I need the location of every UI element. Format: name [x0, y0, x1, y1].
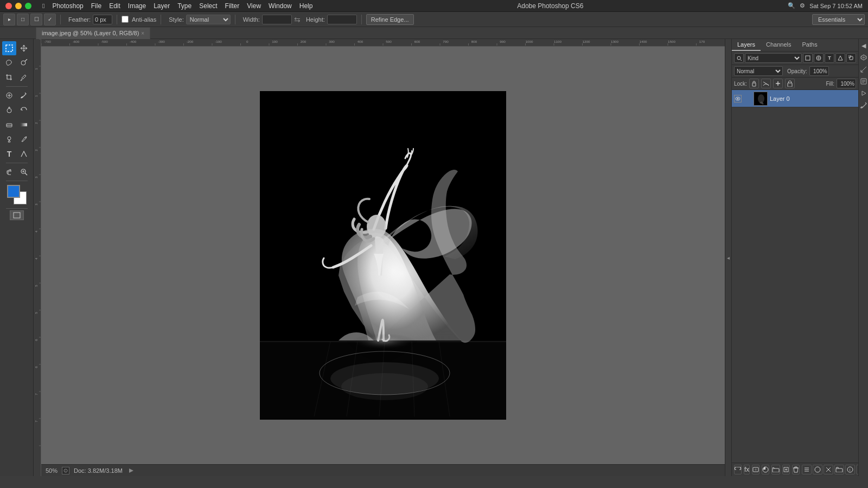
notes-panel-icon[interactable]: [859, 77, 868, 86]
gradient-tool[interactable]: [17, 118, 31, 132]
crop-tool[interactable]: [2, 70, 16, 85]
panel-collapse-button[interactable]: ◂: [725, 39, 731, 476]
kind-filter-pixel[interactable]: [803, 53, 813, 63]
document-tab-close[interactable]: ×: [141, 30, 144, 36]
height-input[interactable]: [327, 15, 357, 24]
adjustments-bottom[interactable]: [824, 465, 833, 474]
canvas-image[interactable]: [260, 91, 506, 420]
kind-filter-smart[interactable]: [846, 53, 856, 63]
new-group-button[interactable]: [771, 465, 780, 474]
lock-transparent-button[interactable]: [749, 79, 759, 88]
screen-mode-button[interactable]: [10, 210, 24, 220]
collapse-right-button[interactable]: ◀: [859, 41, 868, 50]
refine-edge-button[interactable]: Refine Edge...: [366, 14, 414, 25]
properties-button[interactable]: [802, 465, 812, 474]
main-area: T: [0, 39, 868, 476]
kind-filter-adjustment[interactable]: [814, 53, 824, 63]
kind-filter-type[interactable]: T: [825, 53, 834, 63]
pen-tool[interactable]: [17, 132, 31, 146]
close-window-button[interactable]: [5, 3, 12, 9]
essentials-select[interactable]: Essentials Design Painting Photography: [812, 14, 865, 25]
tool-options-button[interactable]: □: [17, 14, 29, 25]
path-selection-tool[interactable]: [17, 147, 31, 161]
fill-input[interactable]: [837, 79, 856, 88]
add-layer-fx-bottom[interactable]: [813, 465, 822, 474]
menu-file[interactable]: File: [91, 2, 101, 10]
menu-type[interactable]: Type: [177, 2, 192, 10]
svg-text:i: i: [65, 469, 66, 472]
tab-paths[interactable]: Paths: [797, 39, 823, 51]
menu-image[interactable]: Image: [128, 2, 146, 10]
maximize-window-button[interactable]: [25, 3, 31, 9]
tab-channels[interactable]: Channels: [761, 39, 796, 51]
brush-panel-icon[interactable]: [859, 101, 868, 110]
layer-visibility-toggle[interactable]: [734, 95, 742, 102]
menu-apple[interactable]: : [42, 2, 44, 10]
lock-pixels-button[interactable]: [761, 79, 771, 88]
history-brush-tool[interactable]: [17, 103, 31, 117]
kind-select[interactable]: Kind: [745, 53, 802, 63]
foreground-color[interactable]: [7, 185, 20, 198]
svg-text:500: 500: [386, 40, 392, 43]
new-layer-button[interactable]: [782, 465, 790, 474]
new-fill-adjustment-button[interactable]: [762, 465, 769, 474]
menu-edit[interactable]: Edit: [109, 2, 120, 10]
canvas-area[interactable]: -700 -600 -500 -400 -300 -200 -100 0 100…: [41, 39, 725, 476]
healing-brush-tool[interactable]: [2, 88, 16, 102]
menu-view[interactable]: View: [247, 2, 261, 10]
link-layers-button[interactable]: [734, 465, 742, 474]
add-layer-style-button[interactable]: fx: [744, 465, 750, 474]
folder-bottom[interactable]: [834, 465, 844, 474]
anti-alias-checkbox[interactable]: [122, 16, 129, 23]
clone-stamp-tool[interactable]: [2, 103, 16, 117]
layer-kind-row: Kind T: [732, 52, 858, 65]
lock-position-button[interactable]: [773, 79, 783, 88]
kind-filter-shape[interactable]: [835, 53, 845, 63]
title-bar-left:  Photoshop File Edit Image Layer Type S…: [5, 2, 312, 10]
rectangular-marquee-tool[interactable]: [2, 41, 16, 55]
style-select[interactable]: Normal Fixed Ratio Fixed Size: [186, 15, 231, 24]
layer-row[interactable]: Layer 0: [732, 90, 858, 107]
add-mask-button[interactable]: [752, 465, 760, 474]
document-tab[interactable]: image.jpeg @ 50% (Layer 0, RGB/8) ×: [36, 27, 150, 39]
menu-layer[interactable]: Layer: [154, 2, 170, 10]
3d-panel-icon[interactable]: [859, 53, 868, 62]
minimize-window-button[interactable]: [15, 3, 22, 9]
info-bottom[interactable]: i: [845, 465, 855, 474]
eyedropper-tool[interactable]: [17, 70, 31, 85]
width-input[interactable]: [262, 15, 292, 24]
menu-select[interactable]: Select: [199, 2, 217, 10]
tool-presets-button[interactable]: ▸: [3, 14, 15, 25]
type-tool[interactable]: T: [2, 147, 16, 161]
move-tool[interactable]: [17, 41, 31, 55]
quick-selection-tool[interactable]: [17, 56, 31, 70]
measure-panel-icon[interactable]: [859, 65, 868, 74]
blend-mode-select[interactable]: Normal Dissolve Multiply Screen Overlay: [734, 66, 783, 76]
lasso-tool[interactable]: [2, 56, 16, 70]
menu-filter[interactable]: Filter: [225, 2, 240, 10]
spotlight-icon[interactable]: 🔍: [788, 2, 795, 9]
status-icon[interactable]: i: [62, 467, 69, 474]
tool-confirm-button[interactable]: ✓: [44, 14, 56, 25]
opacity-input[interactable]: [809, 66, 829, 76]
swap-dimensions-button[interactable]: ⇆: [294, 15, 301, 24]
app-title: Adobe Photoshop CS6: [517, 2, 583, 10]
zoom-tool[interactable]: [17, 165, 31, 179]
lock-all-button[interactable]: [785, 79, 795, 88]
status-expand-button[interactable]: [129, 467, 133, 474]
kind-filter-icon[interactable]: [734, 53, 744, 63]
menu-photoshop[interactable]: Photoshop: [52, 2, 83, 10]
canvas-container[interactable]: [41, 47, 725, 464]
feather-input[interactable]: [93, 15, 112, 24]
hand-tool[interactable]: [2, 165, 16, 179]
tool-cancel-button[interactable]: ☐: [30, 14, 42, 25]
svg-text:-700: -700: [44, 40, 51, 43]
eraser-tool[interactable]: [2, 118, 16, 132]
actions-panel-icon[interactable]: [859, 89, 868, 98]
brush-tool[interactable]: [17, 88, 31, 102]
dodge-tool[interactable]: [2, 132, 16, 146]
menu-window[interactable]: Window: [269, 2, 292, 10]
delete-layer-button[interactable]: [792, 465, 800, 474]
tab-layers[interactable]: Layers: [732, 39, 761, 51]
menu-help[interactable]: Help: [299, 2, 313, 10]
